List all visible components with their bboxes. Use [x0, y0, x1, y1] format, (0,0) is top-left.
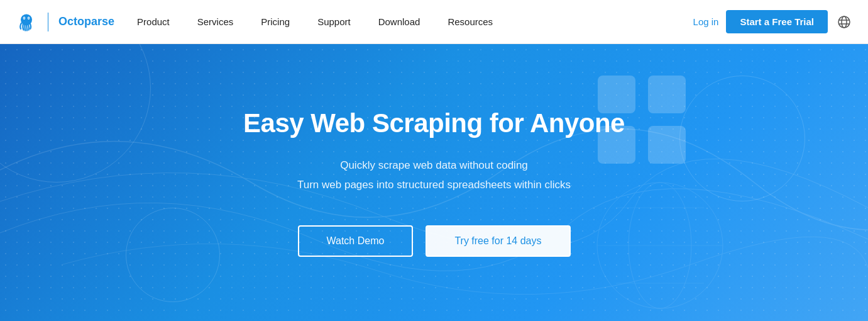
hero-subtitle-line2: Turn web pages into structured spreadshe… — [297, 179, 571, 191]
svg-rect-15 — [648, 76, 686, 113]
logo-link[interactable]: Octoparse — [15, 11, 114, 33]
svg-rect-17 — [648, 126, 686, 164]
nav-links: Product Services Pricing Support Downloa… — [124, 0, 693, 44]
hero-buttons: Watch Demo Try free for 14 days — [243, 225, 625, 257]
logo-icon — [15, 11, 38, 33]
hero-title: Easy Web Scraping for Anyone — [243, 108, 625, 138]
watch-demo-button[interactable]: Watch Demo — [298, 225, 414, 257]
nav-resources[interactable]: Resources — [435, 0, 505, 44]
start-trial-button[interactable]: Start a Free Trial — [726, 10, 828, 33]
try-free-button[interactable]: Try free for 14 days — [426, 225, 570, 257]
hero-subtitle-line1: Quickly scrape web data without coding — [340, 159, 528, 171]
nav-services[interactable]: Services — [185, 0, 246, 44]
nav-product[interactable]: Product — [124, 0, 182, 44]
nav-pricing[interactable]: Pricing — [248, 0, 302, 44]
nav-actions: Log in Start a Free Trial — [693, 10, 853, 33]
svg-rect-14 — [598, 76, 635, 113]
brand-name: Octoparse — [58, 15, 114, 28]
hero-subtitle: Quickly scrape web data without coding T… — [243, 156, 625, 194]
svg-point-3 — [24, 17, 25, 18]
globe-icon[interactable] — [835, 13, 853, 31]
svg-point-6 — [842, 16, 847, 28]
hero-section: Easy Web Scraping for Anyone Quickly scr… — [0, 44, 868, 321]
logo-divider — [48, 13, 48, 31]
navbar: Octoparse Product Services Pricing Suppo… — [0, 0, 868, 44]
nav-support[interactable]: Support — [305, 0, 363, 44]
login-link[interactable]: Log in — [693, 16, 719, 27]
nav-download[interactable]: Download — [366, 0, 433, 44]
svg-point-4 — [28, 17, 30, 18]
svg-point-5 — [838, 16, 850, 28]
hero-content: Easy Web Scraping for Anyone Quickly scr… — [243, 108, 625, 256]
